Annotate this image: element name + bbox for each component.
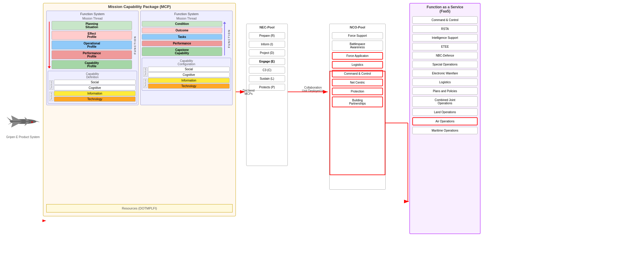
faas-title: Function as a Service(FaaS) bbox=[410, 4, 480, 15]
svg-marker-1 bbox=[36, 121, 39, 122]
mt-item-perf: Performance bbox=[142, 41, 222, 46]
mt-item-operational: OperationalProfile bbox=[52, 41, 132, 49]
nco-force-support: Force Support bbox=[332, 32, 383, 39]
cap-config-title: CapabilityConfiguration bbox=[143, 59, 230, 66]
nco-protection: Protection bbox=[332, 88, 383, 95]
mt-item-tasks: Tasks bbox=[142, 34, 222, 40]
cap-cognitive-left: Cognitive bbox=[54, 85, 136, 90]
cap-info-right: Information bbox=[148, 78, 230, 83]
fs-right-title: Function System bbox=[142, 12, 231, 16]
nco-pool-items: Force Support BattlespaceAwareness Force… bbox=[330, 31, 385, 109]
svg-marker-6 bbox=[8, 122, 12, 124]
cap-tech-right: Technology bbox=[148, 84, 230, 89]
declared-mcps-label: DeclaredMCPs bbox=[235, 89, 262, 95]
nec-c3: C3 (C) bbox=[249, 67, 285, 73]
nco-pool-box: NCO-Pool Force Support BattlespaceAwaren… bbox=[329, 24, 386, 190]
cap-tech-left: Technology bbox=[54, 97, 136, 102]
fs-left-box: Function System Mission Thread PlanningS… bbox=[46, 11, 139, 105]
mt-item-capability: CapabilityProfile bbox=[52, 60, 132, 69]
faas-box: Function as a Service(FaaS) Command & Co… bbox=[409, 3, 481, 234]
faas-special-ops: Special Operations bbox=[412, 61, 478, 68]
svg-marker-2 bbox=[7, 117, 11, 121]
nec-pool-title: NEC-Pool bbox=[247, 24, 287, 31]
gripen-label: Gripen E Product System bbox=[1, 135, 44, 139]
function-label-left: FUNCTION bbox=[133, 35, 137, 55]
cap-info-left: Information bbox=[54, 91, 136, 96]
tactical-label-2: Tactical bbox=[49, 92, 53, 101]
faas-land-ops: Land Operations bbox=[412, 108, 478, 116]
faas-plans: Plans and Policies bbox=[412, 87, 478, 95]
faas-command-control: Command & Control bbox=[412, 16, 478, 24]
cap-def-title: CapabilityDefinition bbox=[49, 72, 136, 79]
mt-item-performance: PerformanceProfile bbox=[52, 50, 132, 59]
mt-left-title: Mission Thread bbox=[48, 17, 137, 20]
faas-electronic: Electronic Warefare bbox=[412, 70, 478, 77]
gripen-icon bbox=[5, 110, 41, 133]
collaboration-label: CollaborationUnit Deployed to bbox=[295, 86, 331, 92]
cap-cognitive-right: Cognitive bbox=[148, 72, 230, 77]
nco-command-control: Command & Control bbox=[332, 70, 383, 77]
svg-marker-4 bbox=[11, 122, 22, 127]
faas-combined-joint: Combined JointOperations bbox=[412, 96, 478, 107]
svg-marker-3 bbox=[11, 116, 22, 121]
nco-pool-title: NCO-Pool bbox=[330, 24, 385, 31]
faas-nbc: NBC-Defence bbox=[412, 52, 478, 59]
mt-item-condition: Condition bbox=[142, 21, 222, 27]
faas-air-ops: Air Operations bbox=[412, 117, 478, 125]
mt-item-outcome: Outcome bbox=[142, 28, 222, 33]
cap-social-right: Social bbox=[148, 67, 230, 72]
faas-items: Command & Control RSTA Intelligence Supp… bbox=[410, 15, 480, 136]
svg-point-9 bbox=[31, 121, 33, 123]
cap-def-section: CapabilityDefinition Tactical Social Cog… bbox=[48, 71, 137, 104]
nco-net-centric: Net Centric bbox=[332, 79, 383, 86]
faas-logistics: Logistics bbox=[412, 79, 478, 86]
faas-intelligence: Intelligence Support bbox=[412, 34, 478, 41]
tactical-label-3: Tactical bbox=[143, 68, 147, 77]
mt-item-effect: EffectProfile bbox=[52, 31, 132, 40]
resources-bar: Resources (DOTMPLFI) bbox=[46, 204, 233, 212]
mt-item-capstone: CapstoneCapability bbox=[142, 47, 222, 56]
gripen-area: Gripen E Product System bbox=[1, 110, 44, 139]
nec-pool-items: Prepare (R) Inform (I) Project (D) Engag… bbox=[247, 31, 287, 92]
cap-social-left: Social bbox=[54, 80, 136, 85]
nec-prepare: Prepare (R) bbox=[249, 32, 285, 39]
fs-right-box: Function System Mission Thread Condition… bbox=[140, 11, 233, 105]
mcp-title: Mission Capability Package (MCP) bbox=[43, 3, 236, 10]
fs-left-title: Function System bbox=[48, 12, 137, 16]
faas-rsta: RSTA bbox=[412, 25, 478, 33]
nco-building-partnerships: BuildingPartnerships bbox=[332, 97, 383, 107]
nec-engage: Engage (E) bbox=[249, 58, 285, 65]
function-label-right: FUNCTION bbox=[227, 29, 231, 49]
nco-force-application: Force Applicaton bbox=[332, 52, 383, 60]
nec-inform: Inform (I) bbox=[249, 41, 285, 48]
tactical-label-4: Tactical bbox=[143, 79, 147, 88]
mcp-box: Mission Capability Package (MCP) Functio… bbox=[43, 3, 236, 216]
mt-item-planning: PlanningSituation bbox=[52, 21, 132, 30]
mt-right-title: Mission Thread bbox=[142, 17, 231, 20]
tactical-label-1: Tactical bbox=[49, 81, 53, 90]
faas-maritime-ops: Maritime Operations bbox=[412, 127, 478, 134]
cap-config-section: CapabilityConfiguration Tactical Social … bbox=[142, 58, 231, 91]
nco-battlespace: BattlespaceAwareness bbox=[332, 41, 383, 51]
nec-project: Project (D) bbox=[249, 49, 285, 56]
nco-logistics: Logistics bbox=[332, 61, 383, 68]
faas-etee: ETEE bbox=[412, 43, 478, 50]
nec-sustain: Sustain (L) bbox=[249, 75, 285, 82]
